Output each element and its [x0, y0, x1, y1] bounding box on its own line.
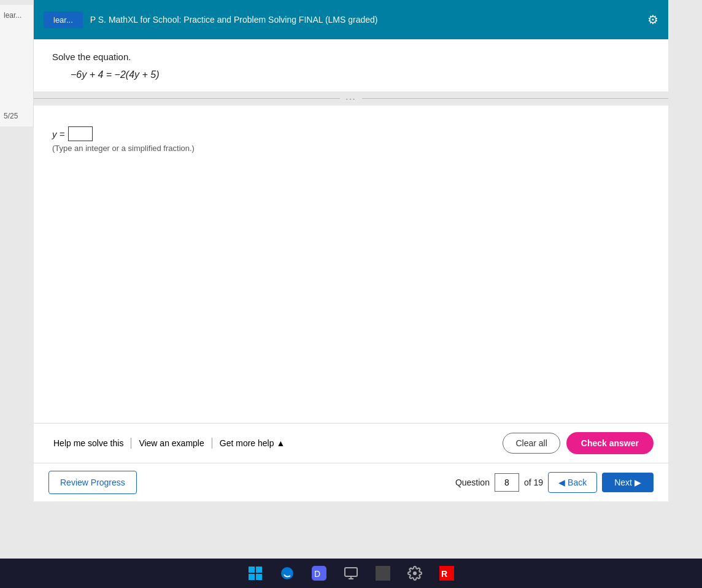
answer-input[interactable]: [68, 126, 93, 141]
svg-rect-2: [249, 574, 255, 580]
review-progress-button[interactable]: Review Progress: [48, 471, 137, 494]
discord-app-icon[interactable]: D: [309, 563, 329, 583]
question-label: Question: [455, 478, 490, 487]
svg-text:D: D: [314, 569, 320, 579]
svg-rect-1: [256, 567, 262, 573]
top-bar: lear... P S. MathXL for School: Practice…: [34, 0, 668, 39]
clear-all-button[interactable]: Clear all: [503, 433, 560, 454]
get-more-help-button[interactable]: Get more help ▲: [215, 435, 290, 452]
question-number-input[interactable]: [495, 473, 519, 492]
back-button[interactable]: ◀ Back: [548, 472, 597, 493]
question-navigation: Question of 19 ◀ Back Next ▶: [455, 472, 654, 493]
next-label: Next: [614, 478, 632, 487]
settings-gear-icon[interactable]: ⚙: [647, 12, 658, 27]
svg-point-4: [281, 567, 293, 579]
svg-rect-3: [256, 574, 262, 580]
equation-display: −6y + 4 = −2(4y + 5): [71, 69, 650, 80]
back-to-course-button[interactable]: lear...: [44, 12, 83, 28]
question-instruction: Solve the equation.: [52, 52, 650, 62]
back-arrow-icon: ◀: [558, 478, 565, 487]
hint-text: (Type an integer or a simplified fractio…: [52, 144, 650, 153]
nav-bar: Review Progress Question of 19 ◀ Back Ne…: [34, 463, 668, 501]
settings-app-icon[interactable]: [405, 563, 425, 583]
taskbar: D R: [0, 559, 702, 588]
windows-icon[interactable]: [245, 563, 265, 583]
answer-label: y =: [52, 129, 64, 139]
divider-row: ···: [34, 94, 668, 103]
divider-dots: ···: [340, 94, 363, 103]
get-more-help-arrow-icon: ▲: [276, 438, 285, 448]
divider-line-left: [34, 98, 340, 99]
back-label: Back: [568, 478, 587, 487]
action-bar: Help me solve this View an example Get m…: [34, 423, 668, 463]
monitor-icon[interactable]: [341, 563, 361, 583]
separator-2: [212, 438, 212, 449]
separator-1: [131, 438, 131, 449]
view-example-button[interactable]: View an example: [134, 435, 209, 452]
svg-text:R: R: [441, 569, 447, 579]
roblox-icon[interactable]: R: [437, 563, 457, 583]
next-arrow-icon: ▶: [634, 478, 641, 487]
assignment-title: P S. MathXL for School: Practice and Pro…: [90, 15, 378, 25]
svg-rect-10: [376, 566, 390, 581]
get-more-help-label: Get more help: [220, 438, 274, 448]
content-spacer: [34, 159, 668, 423]
help-me-solve-button[interactable]: Help me solve this: [48, 435, 128, 452]
divider-line-right: [362, 98, 668, 99]
edge-browser-icon[interactable]: [277, 563, 297, 583]
question-area: Solve the equation. −6y + 4 = −2(4y + 5): [34, 39, 668, 91]
of-total-label: of 19: [524, 478, 543, 487]
progress-text: 5/25: [4, 112, 29, 120]
svg-point-11: [413, 571, 417, 575]
top-bar-title: lear... P S. MathXL for School: Practice…: [44, 12, 378, 28]
check-answer-button[interactable]: Check answer: [566, 432, 654, 454]
black-app-icon[interactable]: [373, 563, 393, 583]
left-panel-text: lear...: [4, 11, 29, 20]
svg-rect-7: [345, 568, 357, 576]
svg-rect-0: [249, 567, 255, 573]
answer-area: y = (Type an integer or a simplified fra…: [34, 106, 668, 159]
next-button[interactable]: Next ▶: [602, 473, 654, 492]
